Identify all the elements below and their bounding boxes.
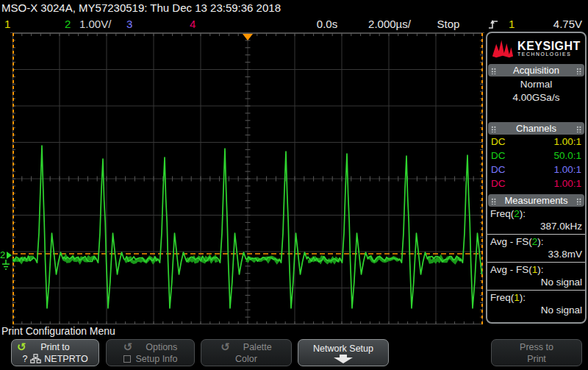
grip-dots-icon — [491, 197, 496, 204]
status-bar: 1 2 1.00V/ 3 4 0.0s 2.000µs/ Stop 1 4.75… — [0, 16, 588, 32]
acquisition-mode: Normal — [487, 78, 585, 91]
meas-channel: 1 — [514, 292, 520, 303]
measurements-title: Measurements — [496, 195, 576, 206]
cycle-icon: ↺ — [123, 343, 133, 352]
grip-dots-icon — [576, 67, 581, 74]
channel-3-button[interactable]: 3 — [126, 16, 132, 32]
keysight-logo: KEYSIGHT TECHNOLOGIES — [487, 33, 585, 64]
cycle-icon: ↺ — [220, 343, 230, 352]
measurement-item: Freq(2): 387.0kHz — [487, 207, 585, 234]
ch3-coupling: DC — [491, 163, 506, 177]
instrument-title: MSO-X 3024A, MY57230519: Thu Dec 13 23:5… — [1, 1, 281, 14]
channel-2-button[interactable]: 2 — [65, 16, 71, 32]
scope-graticule — [12, 33, 483, 324]
softkey-line1: ↺ Options — [123, 341, 178, 353]
keysight-spark-icon — [492, 38, 514, 59]
svg-text:2: 2 — [0, 249, 5, 260]
ch4-probe-ratio: 1.00:1 — [553, 177, 581, 191]
ch1-coupling: DC — [491, 135, 506, 149]
meas-label: Freq( — [490, 292, 514, 303]
channels-title: Channels — [496, 123, 576, 134]
channels-header[interactable]: Channels — [488, 122, 584, 135]
measurement-item: Avg - FS(1): No signal — [487, 262, 585, 290]
ch2-probe-ratio: 50.0:1 — [553, 149, 581, 163]
trigger-source[interactable]: 1 — [509, 16, 514, 32]
softkey-options[interactable]: ↺ Options Setup Info — [106, 339, 195, 366]
measurements-header[interactable]: Measurements — [488, 194, 584, 207]
run-state[interactable]: Stop — [430, 16, 467, 32]
softkey-line2: Setup Info — [123, 353, 178, 365]
measurements-list: Freq(2): 387.0kHz Avg - FS(2): 33.8mV Av… — [487, 207, 585, 318]
acquisition-info: Normal 4.00GSa/s — [487, 77, 585, 104]
meas-value: 387.0kHz — [490, 220, 582, 232]
channel-4-row: DC 1.00:1 — [487, 177, 585, 191]
measurement-item: Avg - FS(2): 33.8mV — [487, 234, 585, 262]
acquisition-header[interactable]: Acquisition — [488, 64, 584, 77]
acquisition-title: Acquisition — [496, 65, 576, 76]
info-panel: KEYSIGHT TECHNOLOGIES Acquisition Normal… — [486, 32, 587, 324]
ch1-probe-ratio: 1.00:1 — [553, 135, 581, 149]
channel-1-row: DC 1.00:1 — [487, 135, 585, 149]
grip-dots-icon — [491, 125, 496, 132]
measurement-item: Freq(1): No signal — [487, 290, 585, 318]
ch3-probe-ratio: 1.00:1 — [553, 163, 581, 177]
channels-list: DC 1.00:1 DC 50.0:1 DC 1.00:1 DC 1.00:1 — [487, 135, 585, 191]
softkey-line1: Network Setup — [313, 343, 373, 355]
unknown-status-mark: ? — [22, 353, 27, 365]
meas-value: No signal — [490, 276, 582, 288]
meas-label-suffix: ): — [520, 292, 526, 303]
softkey-line2: Print — [527, 353, 546, 365]
trigger-level[interactable]: 4.75V — [535, 16, 582, 32]
grip-dots-icon — [491, 67, 496, 74]
channel-1-button[interactable]: 1 — [4, 16, 10, 32]
ch4-coupling: DC — [491, 177, 506, 191]
channel-4-button[interactable]: 4 — [190, 16, 196, 32]
softkey-line2: ? NETPRTO — [22, 353, 87, 365]
lan-icon — [30, 354, 41, 363]
checkbox-icon — [123, 355, 131, 363]
meas-label: Avg - FS( — [490, 236, 532, 247]
softkey-line1: ↺ Palette — [220, 341, 272, 353]
grip-dots-icon — [576, 125, 581, 132]
down-arrow-icon — [332, 355, 354, 363]
timebase[interactable]: 2.000µs/ — [362, 16, 417, 32]
ch2-coupling: DC — [491, 149, 506, 163]
meas-value: No signal — [490, 304, 582, 316]
brand-name: KEYSIGHT — [517, 40, 581, 51]
meas-label-suffix: ): — [537, 264, 543, 275]
meas-label: Avg - FS( — [490, 264, 532, 275]
meas-channel: 2 — [514, 208, 520, 219]
softkey-network-setup[interactable]: Network Setup — [298, 339, 389, 366]
softkey-line2: Color — [235, 353, 257, 365]
channel-2-ground-marker[interactable]: 2 — [0, 247, 12, 274]
meas-label-suffix: ): — [520, 208, 526, 219]
cycle-icon: ↺ — [17, 343, 26, 352]
brand-subname: TECHNOLOGIES — [517, 51, 581, 57]
grip-dots-icon — [576, 197, 581, 204]
softkey-line1: Press to — [520, 341, 553, 353]
softkey-line1: Print to — [40, 341, 70, 353]
channel-3-row: DC 1.00:1 — [487, 163, 585, 177]
horizontal-delay[interactable]: 0.0s — [309, 16, 345, 32]
channel-2-row: DC 50.0:1 — [487, 149, 585, 163]
softkey-print-to[interactable]: ↺ Print to ? NETPRTO — [11, 339, 99, 366]
softkey-press-to-print[interactable]: Press to Print — [491, 339, 582, 366]
sample-rate: 4.00GSa/s — [487, 91, 585, 104]
channel-2-scale[interactable]: 1.00V/ — [79, 16, 111, 32]
meas-label-suffix: ): — [537, 236, 543, 247]
waveform-display — [12, 33, 483, 324]
meas-label: Freq( — [490, 208, 514, 219]
softkey-palette[interactable]: ↺ Palette Color — [201, 339, 292, 366]
meas-value: 33.8mV — [490, 248, 582, 260]
menu-title: Print Configuration Menu — [1, 325, 115, 337]
